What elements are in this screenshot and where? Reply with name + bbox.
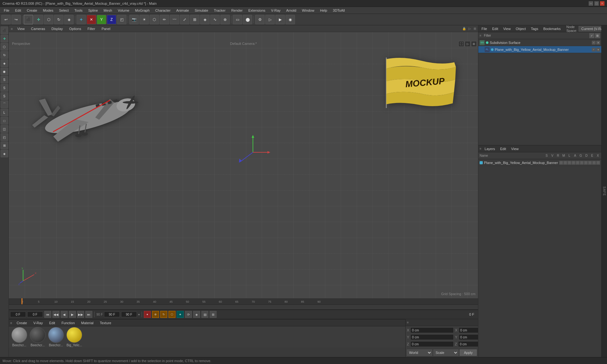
render-settings-button[interactable]: ⚙ (255, 15, 265, 24)
menu-create[interactable]: Create (24, 8, 40, 13)
menu-mesh[interactable]: Mesh (101, 8, 115, 13)
joint-button[interactable]: ⊕ (220, 15, 230, 24)
menu-edit[interactable]: Edit (13, 8, 24, 13)
primitive-button[interactable]: ⬡ (150, 15, 159, 24)
rp-menu-view[interactable]: View (501, 26, 513, 31)
menu-modes[interactable]: Modes (40, 8, 56, 13)
menu-vray[interactable]: V-Ray (268, 8, 283, 13)
coords-apply-button[interactable]: Apply (460, 349, 477, 356)
sidebar-tool14[interactable]: ◰ (1, 133, 8, 141)
sky-button[interactable]: ⬤ (243, 15, 252, 24)
viewport-canvas[interactable]: Perspective Default Camera:* ⛶ ▷ ⊞ (9, 32, 478, 298)
menu-animate[interactable]: Animate (174, 8, 191, 13)
viewport-menu-icon[interactable]: ≡ (11, 27, 13, 31)
viewport-menu-filter[interactable]: Filter (86, 26, 97, 31)
menu-window[interactable]: Window (299, 8, 317, 13)
obj-manager-btn-2[interactable]: ⊞ (595, 33, 600, 38)
menu-3dtall[interactable]: 3DToAll (330, 8, 347, 13)
coord-y-size-input[interactable] (459, 334, 478, 340)
layer-icon-s[interactable]: □ (559, 161, 563, 165)
coord-y-pos-input[interactable] (410, 334, 454, 340)
ipr-button[interactable]: ◉ (285, 15, 295, 24)
prev-keyframe-button[interactable]: ◀◀ (52, 311, 59, 318)
layer-icon-e[interactable]: □ (592, 161, 596, 165)
menu-extensions[interactable]: Extensions (246, 8, 268, 13)
material-item-2[interactable]: Beechcr... (30, 327, 46, 347)
viewport-render-icon[interactable]: ▷ (469, 27, 471, 30)
rp-menu-edit[interactable]: Edit (490, 26, 500, 31)
coords-space-select[interactable]: World Local Object (407, 349, 432, 356)
coord-z-pos-input[interactable] (410, 341, 454, 347)
render-view-button[interactable]: ▷ (265, 15, 275, 24)
add-object-button[interactable]: + (77, 15, 86, 24)
menu-mograph[interactable]: MoGraph (132, 8, 152, 13)
menu-character[interactable]: Character (153, 8, 173, 13)
coords-mode-select[interactable]: Scale Move Rotate (433, 349, 459, 356)
object-item-plane[interactable]: PL Plane_with_Big_Yellow_Aerial_Mockup_B… (478, 46, 601, 53)
sidebar-tool13[interactable]: ◫ (1, 125, 8, 133)
layer-icon-l[interactable]: □ (576, 161, 579, 165)
viewport-menu-cameras[interactable]: Cameras (29, 26, 47, 31)
preview-start-input[interactable] (104, 312, 120, 317)
sidebar-tool12[interactable]: □ (1, 117, 8, 124)
delete-z-button[interactable]: Z (107, 15, 116, 24)
sidebar-scale-tool[interactable]: ⬡ (1, 43, 8, 51)
model-mode-button[interactable]: ⬛ (24, 15, 33, 24)
menu-simulate[interactable]: Simulate (192, 8, 211, 13)
spline-tool-button[interactable]: ✏ (160, 15, 169, 24)
obj-dot-1[interactable]: ● (596, 41, 600, 45)
undo-button[interactable]: ↩ (1, 15, 11, 24)
mat-menu-material[interactable]: Material (79, 320, 95, 325)
viewport-settings-btn[interactable]: ⊞ (471, 41, 477, 47)
autokey-button[interactable]: ⟳ (185, 311, 192, 318)
timeline-button[interactable]: ▤ (201, 311, 208, 318)
layer-icon-v[interactable]: □ (563, 161, 567, 165)
timeline-playhead[interactable] (21, 298, 22, 305)
sidebar-tool5[interactable]: ◈ (1, 59, 8, 67)
material-item-4[interactable]: Big_Yelic... (66, 327, 82, 347)
sidebar-tool9[interactable]: S (1, 92, 8, 100)
step-back-button[interactable]: ◀ (61, 311, 68, 318)
layer-icon-g[interactable]: □ (584, 161, 588, 165)
viewport-fullscreen-btn[interactable]: ⛶ (458, 41, 464, 47)
layers-menu-edit[interactable]: Edit (498, 146, 508, 151)
obj-checkmark-2[interactable]: ✓ (592, 48, 596, 52)
camera-tool-button[interactable]: 📷 (129, 15, 139, 24)
sidebar-tool7[interactable]: S (1, 76, 8, 83)
mat-menu-vray[interactable]: V-Ray (31, 320, 45, 325)
mat-menu-create[interactable]: Create (15, 320, 29, 325)
play-button[interactable]: ▶ (69, 311, 76, 318)
obj-manager-icon[interactable]: ≡ (480, 34, 481, 37)
sidebar-tool6[interactable]: ◉ (1, 68, 8, 75)
coord-x-size-input[interactable] (459, 327, 478, 333)
layer-icon-x[interactable]: □ (596, 161, 600, 165)
mat-menu-function[interactable]: Function (59, 320, 77, 325)
hair-button[interactable]: ∿ (210, 15, 220, 24)
sidebar-select-tool[interactable]: ⬛ (1, 27, 8, 34)
object-item-subdivision[interactable]: SS Subdivision Surface ✓ ● (478, 39, 601, 46)
delete-button[interactable]: ✕ (87, 15, 96, 24)
layers-menu-layers[interactable]: Layers (483, 146, 497, 151)
sidebar-tool10[interactable]: ⌒ (1, 100, 8, 108)
rp-menu-object[interactable]: Object (514, 26, 528, 31)
menu-tracker[interactable]: Tracker (212, 8, 228, 13)
sidebar-tool16[interactable]: ◈ (1, 150, 8, 157)
coord-x-pos-input[interactable] (410, 327, 454, 333)
light-button[interactable]: ☀ (139, 15, 149, 24)
rp-menu-bookmarks[interactable]: Bookmarks (541, 26, 562, 31)
move-button[interactable]: ✛ (34, 15, 43, 24)
mat-menu-texture[interactable]: Texture (98, 320, 113, 325)
nurbs-button[interactable]: 〰 (170, 15, 179, 24)
menu-volume[interactable]: Volume (115, 8, 132, 13)
rp-menu-tags[interactable]: Tags (529, 26, 540, 31)
layer-icon-d[interactable]: □ (588, 161, 592, 165)
material-menu-icon[interactable]: ≡ (10, 321, 12, 325)
redo-button[interactable]: ↪ (11, 15, 21, 24)
record-user-button[interactable]: ★ (177, 311, 184, 318)
tool-button[interactable]: ◈ (64, 15, 74, 24)
viewport-menu-options[interactable]: Options (67, 26, 83, 31)
layer-icon-a[interactable]: □ (580, 161, 584, 165)
sidebar-tool15[interactable]: ⊞ (1, 142, 8, 149)
obj-manager-btn-1[interactable]: ✓ (589, 33, 594, 38)
obj-checkmark-1[interactable]: ✓ (592, 41, 596, 45)
